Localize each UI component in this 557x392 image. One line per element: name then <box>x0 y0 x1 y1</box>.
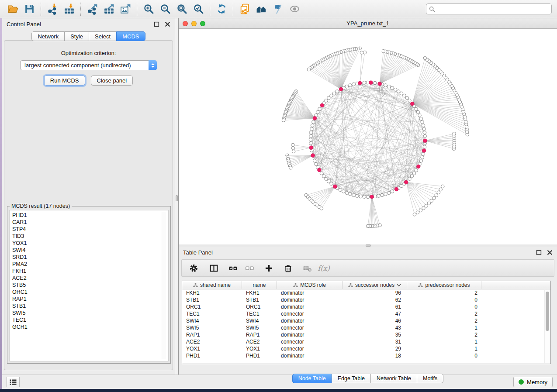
show-graphics-details-button[interactable] <box>270 2 286 17</box>
mcds-result-item[interactable]: ORC1 <box>12 289 168 296</box>
cell-name[interactable]: ACE2 <box>242 338 277 345</box>
first-neighbors-button[interactable] <box>253 2 270 17</box>
cell-successor-nodes[interactable]: 61 <box>343 303 407 310</box>
cell-predecessor-nodes[interactable]: 2 <box>407 289 481 296</box>
import-network-button[interactable] <box>44 2 61 17</box>
cell-predecessor-nodes[interactable]: 2 <box>407 331 481 338</box>
tab-network[interactable]: Network <box>31 31 65 41</box>
splitter-grip[interactable] <box>176 195 178 201</box>
cell-successor-nodes[interactable]: 46 <box>343 317 407 324</box>
cell-successor-nodes[interactable]: 31 <box>343 338 407 345</box>
mcds-result-item[interactable]: STP4 <box>12 226 168 233</box>
cell-successor-nodes[interactable]: 96 <box>343 289 407 296</box>
tab-style[interactable]: Style <box>64 31 89 41</box>
cell-shared-name[interactable]: ACE2 <box>182 338 242 345</box>
select-all-button[interactable] <box>225 261 240 275</box>
new-network-from-selection-button[interactable] <box>236 2 253 17</box>
save-session-button[interactable] <box>21 2 38 17</box>
tab-network-table[interactable]: Network Table <box>370 374 417 383</box>
column-header-successor-nodes[interactable]: successor nodes <box>343 281 407 289</box>
cell-mcds-role[interactable]: connector <box>277 338 343 345</box>
deselect-all-button[interactable] <box>242 261 257 275</box>
zoom-out-button[interactable] <box>157 2 173 17</box>
cell-name[interactable]: SWI5 <box>242 324 277 331</box>
mcds-result-item[interactable]: CAR1 <box>12 219 168 226</box>
cell-successor-nodes[interactable]: 62 <box>343 296 407 303</box>
column-header-mcds-role[interactable]: MCDS role <box>277 281 343 289</box>
mcds-result-item[interactable]: TID3 <box>12 233 168 240</box>
close-panel-button[interactable] <box>165 21 170 27</box>
cell-name[interactable]: TEC1 <box>242 310 277 317</box>
float-table-panel-button[interactable] <box>536 250 542 255</box>
close-table-panel-button[interactable] <box>547 250 553 255</box>
close-mcds-panel-button[interactable]: Close panel <box>91 76 133 86</box>
split-view-button[interactable] <box>206 261 221 275</box>
cell-mcds-role[interactable]: dominator <box>277 331 343 338</box>
zoom-fit-button[interactable] <box>173 2 190 17</box>
cell-shared-name[interactable]: FKH1 <box>182 289 242 296</box>
cell-mcds-role[interactable]: connector <box>277 310 343 317</box>
cell-predecessor-nodes[interactable]: 2 <box>407 310 481 317</box>
panel-menu-button[interactable] <box>7 377 20 387</box>
cell-mcds-role[interactable]: dominator <box>277 289 343 296</box>
cell-successor-nodes[interactable]: 29 <box>343 345 407 352</box>
import-table-button[interactable] <box>61 2 77 17</box>
table-row[interactable]: SWI4SWI4dominator462 <box>182 317 550 324</box>
cell-mcds-role[interactable]: dominator <box>277 303 343 310</box>
mcds-result-item[interactable]: FKH1 <box>12 268 168 275</box>
mcds-result-list[interactable]: PHD1CAR1STP4TID3YOX1SWI4SRD1PMA2FKH1ACE2… <box>9 210 169 361</box>
tab-edge-table[interactable]: Edge Table <box>332 374 371 383</box>
tab-motifs[interactable]: Motifs <box>417 374 443 383</box>
column-header-predecessor-nodes[interactable]: predecessor nodes <box>407 281 481 289</box>
column-header-shared-name[interactable]: shared name <box>182 281 242 289</box>
export-network-button[interactable] <box>84 2 100 17</box>
mcds-result-item[interactable]: SRD1 <box>12 254 168 261</box>
cell-shared-name[interactable]: RAP1 <box>182 331 242 338</box>
table-row[interactable]: ORC1ORC1dominator610 <box>182 303 550 310</box>
cell-predecessor-nodes[interactable]: 1 <box>407 324 481 331</box>
cell-predecessor-nodes[interactable]: 1 <box>407 345 481 352</box>
network-window-titlebar[interactable]: YPA_prune.txt_1 <box>179 18 557 29</box>
vertical-splitter[interactable] <box>175 18 178 375</box>
cell-shared-name[interactable]: SWI5 <box>182 324 242 331</box>
tab-node-table[interactable]: Node Table <box>292 374 332 383</box>
cell-name[interactable]: YOX1 <box>242 345 277 352</box>
cell-name[interactable]: ORC1 <box>242 303 277 310</box>
mcds-result-item[interactable]: PHD1 <box>12 212 168 219</box>
mcds-result-item[interactable]: GCR1 <box>12 323 168 330</box>
tab-select[interactable]: Select <box>89 31 117 41</box>
cell-mcds-role[interactable]: dominator <box>277 296 343 303</box>
cell-mcds-role[interactable]: dominator <box>277 352 343 359</box>
table-row[interactable]: SWI5SWI5connector431 <box>182 324 550 331</box>
table-row[interactable]: TEC1TEC1connector472 <box>182 310 550 317</box>
zoom-selected-button[interactable] <box>190 2 207 17</box>
hide-graphics-details-button[interactable] <box>286 2 303 17</box>
cell-successor-nodes[interactable]: 18 <box>343 352 407 359</box>
cell-shared-name[interactable]: ORC1 <box>182 303 242 310</box>
mcds-result-item[interactable]: SWI5 <box>12 309 168 316</box>
mcds-result-item[interactable]: RAP1 <box>12 296 168 303</box>
column-settings-button[interactable] <box>186 261 201 275</box>
mcds-result-item[interactable]: SWI4 <box>12 247 168 254</box>
mcds-result-item[interactable]: ACE2 <box>12 275 168 282</box>
tab-mcds[interactable]: MCDS <box>116 31 145 41</box>
cell-mcds-role[interactable]: connector <box>277 324 343 331</box>
table-row[interactable]: RAP1RAP1dominator352 <box>182 331 550 338</box>
table-row[interactable]: PHD1PHD1dominator180 <box>182 352 550 359</box>
mcds-result-item[interactable]: PMA2 <box>12 261 168 268</box>
list-scrollbar-track[interactable] <box>161 212 166 359</box>
cell-successor-nodes[interactable]: 35 <box>343 331 407 338</box>
cell-name[interactable]: FKH1 <box>242 289 277 296</box>
cell-successor-nodes[interactable]: 47 <box>343 310 407 317</box>
cell-name[interactable]: RAP1 <box>242 331 277 338</box>
graph-nodes[interactable] <box>282 47 469 228</box>
cell-name[interactable]: STB1 <box>242 296 277 303</box>
cell-shared-name[interactable]: STB1 <box>182 296 242 303</box>
cell-shared-name[interactable]: PHD1 <box>182 352 242 359</box>
network-view[interactable] <box>179 29 557 244</box>
run-mcds-button[interactable]: Run MCDS <box>44 76 85 86</box>
column-header-name[interactable]: name <box>242 281 277 289</box>
cell-shared-name[interactable]: YOX1 <box>182 345 242 352</box>
cell-name[interactable]: SWI4 <box>242 317 277 324</box>
network-canvas[interactable] <box>179 29 557 244</box>
